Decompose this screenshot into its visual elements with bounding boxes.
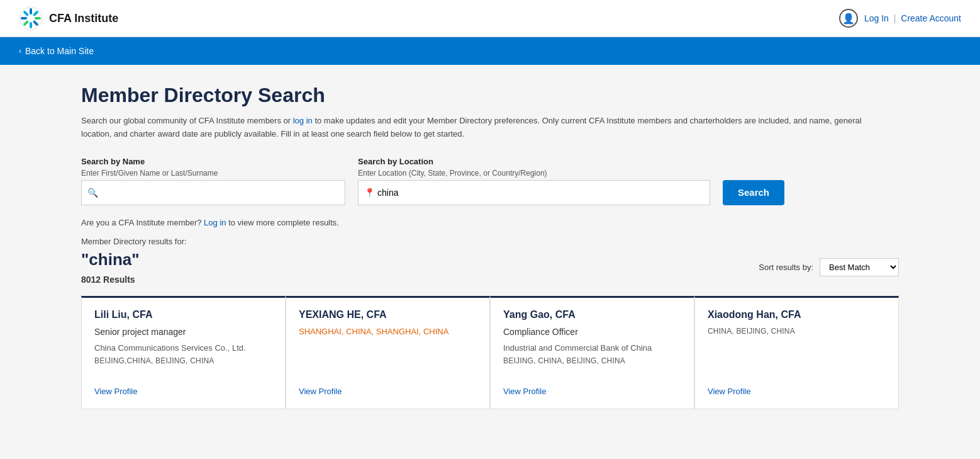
card-0-view-profile-link[interactable]: View Profile	[94, 387, 272, 396]
card-2-title: Compliance Officer	[503, 327, 681, 337]
header: CFA Institute 👤 Log In | Create Account	[0, 0, 980, 37]
page-title: Member Directory Search	[81, 84, 899, 107]
card-0-title: Senior project manager	[94, 327, 272, 337]
search-section: Search by Name Enter First/Given Name or…	[81, 157, 899, 205]
search-by-location-group: Search by Location Enter Location (City,…	[358, 157, 710, 205]
login-link[interactable]: Log In	[864, 13, 889, 23]
main-content: Member Directory Search Search our globa…	[50, 65, 930, 428]
logo-text: CFA Institute	[49, 12, 118, 25]
member-card-1: YEXIANG HE, CFA SHANGHAI, CHINA, SHANGHA…	[286, 296, 490, 409]
card-1-name: YEXIANG HE, CFA	[299, 309, 477, 320]
member-card-3: Xiaodong Han, CFA CHINA, BEIJING, CHINA …	[694, 296, 899, 409]
sort-label: Sort results by:	[759, 263, 813, 272]
sort-bar: "china" 8012 Results Sort results by: Be…	[81, 250, 899, 285]
results-count: 8012 Results	[81, 275, 140, 285]
card-1-location-orange: SHANGHAI, CHINA, SHANGHAI, CHINA	[299, 327, 477, 336]
results-for-label: Member Directory results for:	[81, 237, 899, 246]
card-0-company: China Communications Services Co., Ltd.	[94, 343, 272, 353]
logo-area: CFA Institute	[19, 6, 118, 30]
card-3-name: Xiaodong Han, CFA	[708, 309, 886, 320]
user-avatar-icon: 👤	[839, 9, 858, 28]
name-search-icon: 🔍	[87, 188, 98, 198]
name-input-wrapper: 🔍	[81, 180, 345, 205]
sort-area: Sort results by: Best Match Name A-Z Nam…	[759, 258, 899, 276]
search-by-name-group: Search by Name Enter First/Given Name or…	[81, 157, 345, 205]
back-to-main-link[interactable]: ‹ Back to Main Site	[19, 46, 94, 56]
card-3-view-profile-link[interactable]: View Profile	[708, 387, 886, 396]
cfa-logo-icon	[19, 6, 43, 30]
chevron-left-icon: ‹	[19, 47, 21, 55]
member-card-0: Lili Liu, CFA Senior project manager Chi…	[81, 296, 286, 409]
blue-nav-bar: ‹ Back to Main Site	[0, 37, 980, 65]
description-text: Search our global community of CFA Insti…	[81, 115, 867, 141]
svg-rect-7	[21, 17, 27, 20]
card-0-name: Lili Liu, CFA	[94, 309, 272, 320]
description-login-link[interactable]: log in	[293, 116, 313, 125]
member-cta: Are you a CFA Institute member? Log in t…	[81, 218, 899, 227]
card-2-company: Industrial and Commercial Bank of China	[503, 343, 681, 353]
card-3-location: CHINA, BEIJING, CHINA	[708, 327, 886, 336]
cards-grid: Lili Liu, CFA Senior project manager Chi…	[81, 296, 899, 409]
search-by-location-sublabel: Enter Location (City, State, Province, o…	[358, 169, 710, 178]
svg-rect-3	[35, 17, 41, 20]
location-pin-icon: 📍	[364, 188, 375, 198]
search-name-input[interactable]	[81, 180, 345, 205]
member-card-2: Yang Gao, CFA Compliance Officer Industr…	[490, 296, 694, 409]
header-right: 👤 Log In | Create Account	[839, 9, 961, 28]
svg-rect-5	[30, 22, 32, 28]
query-display: "china"	[81, 250, 140, 269]
header-auth-links[interactable]: Log In | Create Account	[864, 13, 961, 23]
card-2-location: BEIJING, CHINA, BEIJING, CHINA	[503, 356, 681, 365]
location-input-wrapper: 📍	[358, 180, 710, 205]
search-button[interactable]: Search	[723, 180, 784, 205]
search-by-location-label: Search by Location	[358, 157, 710, 166]
card-0-location: BEIJING,CHINA, BEIJING, CHINA	[94, 356, 272, 365]
search-location-input[interactable]	[358, 180, 710, 205]
card-2-name: Yang Gao, CFA	[503, 309, 681, 320]
create-account-link[interactable]: Create Account	[901, 13, 961, 23]
member-cta-login-link[interactable]: Log in	[204, 218, 226, 227]
search-by-name-sublabel: Enter First/Given Name or Last/Surname	[81, 169, 345, 178]
query-and-count: "china" 8012 Results	[81, 250, 140, 285]
separator: |	[894, 13, 896, 23]
card-2-view-profile-link[interactable]: View Profile	[503, 387, 681, 396]
svg-rect-1	[30, 8, 32, 14]
card-1-view-profile-link[interactable]: View Profile	[299, 387, 477, 396]
sort-select[interactable]: Best Match Name A-Z Name Z-A	[820, 258, 899, 276]
search-by-name-label: Search by Name	[81, 157, 345, 166]
